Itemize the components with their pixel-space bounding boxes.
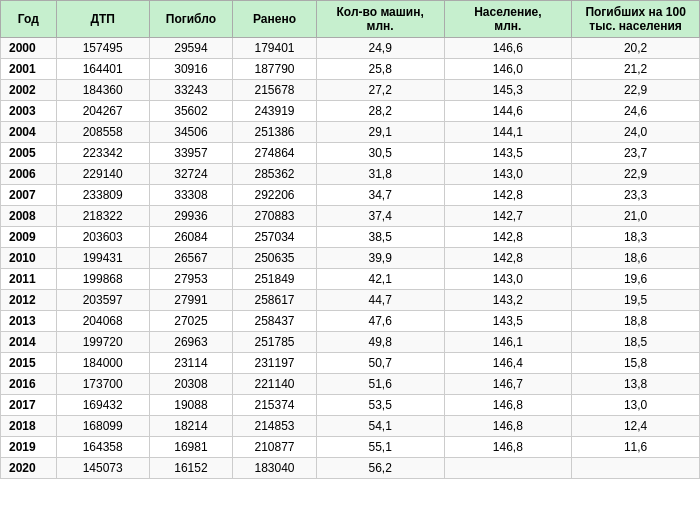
cell-kol: 28,2	[316, 101, 444, 122]
cell-year: 2001	[1, 59, 57, 80]
header-nasel: Население,млн.	[444, 1, 572, 38]
cell-kol: 34,7	[316, 185, 444, 206]
cell-pogiblo: 33308	[149, 185, 233, 206]
table-body: 20001574952959417940124,9146,620,2200116…	[1, 38, 700, 479]
table-row: 20111998682795325184942,1143,019,6	[1, 269, 700, 290]
cell-pogibsih: 19,6	[572, 269, 700, 290]
cell-pogiblo: 27991	[149, 290, 233, 311]
cell-year: 2000	[1, 38, 57, 59]
header-pogiblo: Погибло	[149, 1, 233, 38]
cell-pogiblo: 27953	[149, 269, 233, 290]
cell-raneno: 221140	[233, 374, 317, 395]
table-row: 20001574952959417940124,9146,620,2	[1, 38, 700, 59]
cell-kol: 38,5	[316, 227, 444, 248]
cell-pogibsih: 12,4	[572, 416, 700, 437]
table-row: 20052233423395727486430,5143,523,7	[1, 143, 700, 164]
cell-dtp: 169432	[56, 395, 149, 416]
cell-raneno: 251785	[233, 332, 317, 353]
cell-raneno: 179401	[233, 38, 317, 59]
cell-nasel: 142,7	[444, 206, 572, 227]
cell-pogiblo: 34506	[149, 122, 233, 143]
cell-raneno: 274864	[233, 143, 317, 164]
table-row: 20122035972799125861744,7143,219,5	[1, 290, 700, 311]
cell-year: 2010	[1, 248, 57, 269]
table-row: 20161737002030822114051,6146,713,8	[1, 374, 700, 395]
cell-nasel: 146,8	[444, 437, 572, 458]
cell-dtp: 204068	[56, 311, 149, 332]
cell-kol: 53,5	[316, 395, 444, 416]
cell-raneno: 258437	[233, 311, 317, 332]
header-year: Год	[1, 1, 57, 38]
cell-nasel: 142,8	[444, 185, 572, 206]
cell-nasel: 146,4	[444, 353, 572, 374]
header-dtp: ДТП	[56, 1, 149, 38]
cell-pogiblo: 29594	[149, 38, 233, 59]
cell-pogibsih: 18,8	[572, 311, 700, 332]
cell-dtp: 229140	[56, 164, 149, 185]
cell-pogibsih: 13,0	[572, 395, 700, 416]
table-row: 20181680991821421485354,1146,812,4	[1, 416, 700, 437]
cell-year: 2006	[1, 164, 57, 185]
table-row: 20032042673560224391928,2144,624,6	[1, 101, 700, 122]
cell-nasel: 142,8	[444, 227, 572, 248]
cell-year: 2003	[1, 101, 57, 122]
cell-dtp: 218322	[56, 206, 149, 227]
cell-pogibsih: 24,0	[572, 122, 700, 143]
cell-nasel: 144,1	[444, 122, 572, 143]
cell-kol: 25,8	[316, 59, 444, 80]
cell-year: 2014	[1, 332, 57, 353]
cell-dtp: 145073	[56, 458, 149, 479]
cell-year: 2019	[1, 437, 57, 458]
cell-dtp: 157495	[56, 38, 149, 59]
cell-year: 2009	[1, 227, 57, 248]
cell-raneno: 258617	[233, 290, 317, 311]
data-table: Год ДТП Погибло Ранено Кол-во машин,млн.…	[0, 0, 700, 479]
cell-nasel: 146,8	[444, 416, 572, 437]
cell-pogibsih: 18,5	[572, 332, 700, 353]
cell-kol: 30,5	[316, 143, 444, 164]
cell-pogibsih: 18,3	[572, 227, 700, 248]
cell-pogiblo: 26963	[149, 332, 233, 353]
cell-dtp: 233809	[56, 185, 149, 206]
cell-raneno: 285362	[233, 164, 317, 185]
cell-raneno: 243919	[233, 101, 317, 122]
cell-kol: 27,2	[316, 80, 444, 101]
table-row: 20062291403272428536231,8143,022,9	[1, 164, 700, 185]
cell-kol: 54,1	[316, 416, 444, 437]
cell-dtp: 173700	[56, 374, 149, 395]
cell-nasel: 146,6	[444, 38, 572, 59]
cell-pogiblo: 33957	[149, 143, 233, 164]
cell-raneno: 183040	[233, 458, 317, 479]
cell-year: 2017	[1, 395, 57, 416]
cell-pogiblo: 26567	[149, 248, 233, 269]
header-raneno: Ранено	[233, 1, 317, 38]
cell-year: 2004	[1, 122, 57, 143]
cell-raneno: 187790	[233, 59, 317, 80]
cell-nasel	[444, 458, 572, 479]
cell-year: 2016	[1, 374, 57, 395]
cell-pogiblo: 23114	[149, 353, 233, 374]
cell-dtp: 204267	[56, 101, 149, 122]
cell-raneno: 215374	[233, 395, 317, 416]
cell-year: 2005	[1, 143, 57, 164]
table-row: 20101994312656725063539,9142,818,6	[1, 248, 700, 269]
cell-year: 2011	[1, 269, 57, 290]
cell-raneno: 251849	[233, 269, 317, 290]
table-row: 20092036032608425703438,5142,818,3	[1, 227, 700, 248]
cell-nasel: 146,8	[444, 395, 572, 416]
cell-pogiblo: 35602	[149, 101, 233, 122]
cell-dtp: 203603	[56, 227, 149, 248]
table-row: 20201450731615218304056,2	[1, 458, 700, 479]
cell-nasel: 146,1	[444, 332, 572, 353]
table-row: 20132040682702525843747,6143,518,8	[1, 311, 700, 332]
cell-kol: 29,1	[316, 122, 444, 143]
cell-year: 2002	[1, 80, 57, 101]
cell-kol: 56,2	[316, 458, 444, 479]
cell-pogibsih: 13,8	[572, 374, 700, 395]
cell-kol: 50,7	[316, 353, 444, 374]
cell-kol: 31,8	[316, 164, 444, 185]
cell-kol: 37,4	[316, 206, 444, 227]
cell-year: 2015	[1, 353, 57, 374]
cell-raneno: 292206	[233, 185, 317, 206]
cell-pogibsih: 23,3	[572, 185, 700, 206]
